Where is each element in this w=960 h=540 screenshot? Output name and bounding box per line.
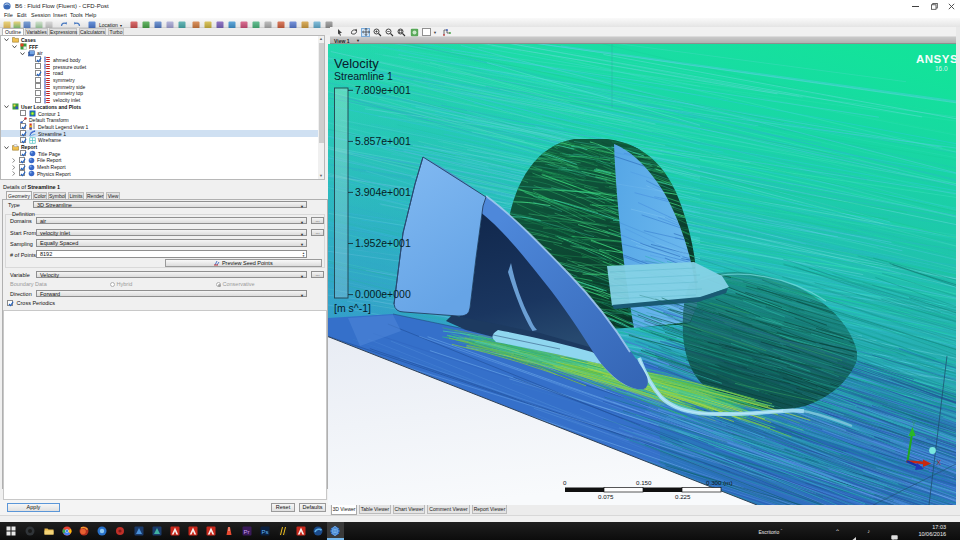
svg-text:ANSYS: ANSYS [916, 53, 958, 65]
svg-text:0.000e+000: 0.000e+000 [355, 288, 411, 300]
svg-text:X: X [937, 459, 942, 466]
svg-text:0.225: 0.225 [675, 493, 691, 500]
svg-text:Z: Z [929, 466, 933, 473]
svg-text:[m s^-1]: [m s^-1] [334, 302, 371, 314]
svg-text:3.904e+001: 3.904e+001 [355, 186, 411, 198]
svg-text:Y: Y [912, 420, 917, 427]
svg-text:7.809e+001: 7.809e+001 [355, 84, 411, 96]
svg-text:Pr: Pr [244, 528, 250, 534]
svg-text:0.075: 0.075 [598, 493, 614, 500]
svg-text:Streamline 1: Streamline 1 [334, 70, 393, 82]
svg-text:5.857e+001: 5.857e+001 [355, 135, 411, 147]
svg-text:0.150: 0.150 [636, 479, 652, 486]
svg-text:Velocity: Velocity [334, 56, 379, 71]
svg-text:0: 0 [563, 479, 567, 486]
svg-text:1.952e+001: 1.952e+001 [355, 237, 411, 249]
svg-text:16.0: 16.0 [935, 65, 948, 72]
svg-text:0.300 (m): 0.300 (m) [706, 479, 732, 486]
svg-text:Ps: Ps [262, 528, 269, 534]
